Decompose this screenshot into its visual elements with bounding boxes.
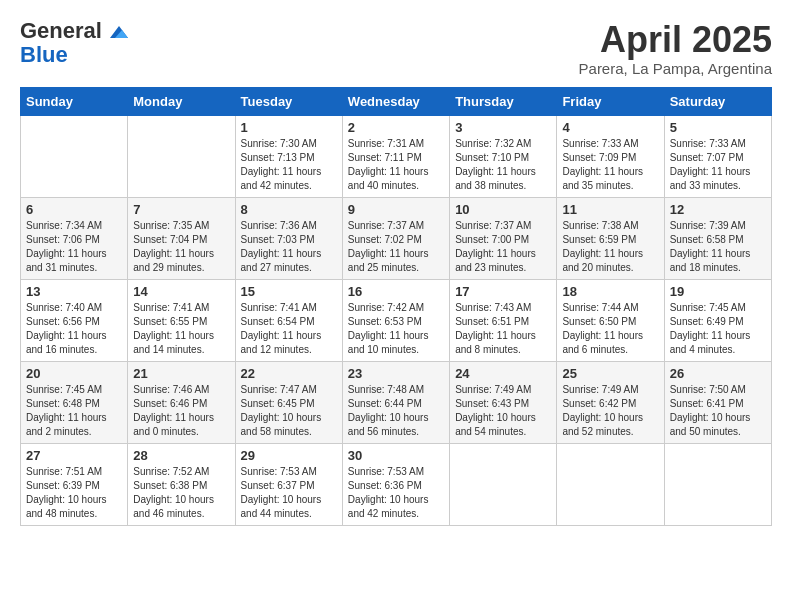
calendar-cell: 12Sunrise: 7:39 AMSunset: 6:58 PMDayligh… [664, 197, 771, 279]
day-number: 26 [670, 366, 766, 381]
calendar-cell: 13Sunrise: 7:40 AMSunset: 6:56 PMDayligh… [21, 279, 128, 361]
day-number: 2 [348, 120, 444, 135]
calendar-subtitle: Parera, La Pampa, Argentina [579, 60, 772, 77]
day-info: Sunrise: 7:45 AMSunset: 6:49 PMDaylight:… [670, 301, 766, 357]
calendar-cell [557, 443, 664, 525]
day-number: 27 [26, 448, 122, 463]
calendar-cell: 9Sunrise: 7:37 AMSunset: 7:02 PMDaylight… [342, 197, 449, 279]
day-info: Sunrise: 7:50 AMSunset: 6:41 PMDaylight:… [670, 383, 766, 439]
day-of-week-header: Thursday [450, 87, 557, 115]
day-info: Sunrise: 7:49 AMSunset: 6:43 PMDaylight:… [455, 383, 551, 439]
day-of-week-header: Monday [128, 87, 235, 115]
calendar-week-row: 1Sunrise: 7:30 AMSunset: 7:13 PMDaylight… [21, 115, 772, 197]
logo-text-general: General [20, 20, 128, 42]
calendar-cell: 24Sunrise: 7:49 AMSunset: 6:43 PMDayligh… [450, 361, 557, 443]
calendar-cell: 21Sunrise: 7:46 AMSunset: 6:46 PMDayligh… [128, 361, 235, 443]
day-number: 30 [348, 448, 444, 463]
day-info: Sunrise: 7:43 AMSunset: 6:51 PMDaylight:… [455, 301, 551, 357]
day-number: 10 [455, 202, 551, 217]
day-info: Sunrise: 7:34 AMSunset: 7:06 PMDaylight:… [26, 219, 122, 275]
day-number: 19 [670, 284, 766, 299]
day-number: 16 [348, 284, 444, 299]
calendar-cell: 30Sunrise: 7:53 AMSunset: 6:36 PMDayligh… [342, 443, 449, 525]
calendar-cell: 20Sunrise: 7:45 AMSunset: 6:48 PMDayligh… [21, 361, 128, 443]
calendar-header-row: SundayMondayTuesdayWednesdayThursdayFrid… [21, 87, 772, 115]
day-number: 18 [562, 284, 658, 299]
day-number: 15 [241, 284, 337, 299]
day-info: Sunrise: 7:41 AMSunset: 6:54 PMDaylight:… [241, 301, 337, 357]
day-number: 3 [455, 120, 551, 135]
calendar-cell: 28Sunrise: 7:52 AMSunset: 6:38 PMDayligh… [128, 443, 235, 525]
calendar-cell: 2Sunrise: 7:31 AMSunset: 7:11 PMDaylight… [342, 115, 449, 197]
calendar-week-row: 6Sunrise: 7:34 AMSunset: 7:06 PMDaylight… [21, 197, 772, 279]
day-info: Sunrise: 7:37 AMSunset: 7:02 PMDaylight:… [348, 219, 444, 275]
day-number: 23 [348, 366, 444, 381]
day-info: Sunrise: 7:49 AMSunset: 6:42 PMDaylight:… [562, 383, 658, 439]
day-info: Sunrise: 7:52 AMSunset: 6:38 PMDaylight:… [133, 465, 229, 521]
day-info: Sunrise: 7:33 AMSunset: 7:09 PMDaylight:… [562, 137, 658, 193]
calendar-cell [21, 115, 128, 197]
day-of-week-header: Friday [557, 87, 664, 115]
calendar-cell [664, 443, 771, 525]
calendar-cell [128, 115, 235, 197]
calendar-cell: 10Sunrise: 7:37 AMSunset: 7:00 PMDayligh… [450, 197, 557, 279]
day-number: 20 [26, 366, 122, 381]
day-info: Sunrise: 7:53 AMSunset: 6:37 PMDaylight:… [241, 465, 337, 521]
day-info: Sunrise: 7:47 AMSunset: 6:45 PMDaylight:… [241, 383, 337, 439]
day-number: 21 [133, 366, 229, 381]
day-number: 14 [133, 284, 229, 299]
day-info: Sunrise: 7:44 AMSunset: 6:50 PMDaylight:… [562, 301, 658, 357]
day-number: 28 [133, 448, 229, 463]
calendar-table: SundayMondayTuesdayWednesdayThursdayFrid… [20, 87, 772, 526]
day-info: Sunrise: 7:40 AMSunset: 6:56 PMDaylight:… [26, 301, 122, 357]
day-number: 22 [241, 366, 337, 381]
day-number: 11 [562, 202, 658, 217]
day-info: Sunrise: 7:41 AMSunset: 6:55 PMDaylight:… [133, 301, 229, 357]
day-of-week-header: Sunday [21, 87, 128, 115]
day-number: 24 [455, 366, 551, 381]
day-number: 5 [670, 120, 766, 135]
day-info: Sunrise: 7:33 AMSunset: 7:07 PMDaylight:… [670, 137, 766, 193]
calendar-cell: 17Sunrise: 7:43 AMSunset: 6:51 PMDayligh… [450, 279, 557, 361]
day-info: Sunrise: 7:35 AMSunset: 7:04 PMDaylight:… [133, 219, 229, 275]
day-number: 12 [670, 202, 766, 217]
day-info: Sunrise: 7:48 AMSunset: 6:44 PMDaylight:… [348, 383, 444, 439]
calendar-cell: 27Sunrise: 7:51 AMSunset: 6:39 PMDayligh… [21, 443, 128, 525]
calendar-cell: 4Sunrise: 7:33 AMSunset: 7:09 PMDaylight… [557, 115, 664, 197]
calendar-week-row: 27Sunrise: 7:51 AMSunset: 6:39 PMDayligh… [21, 443, 772, 525]
title-block: April 2025 Parera, La Pampa, Argentina [579, 20, 772, 77]
day-info: Sunrise: 7:46 AMSunset: 6:46 PMDaylight:… [133, 383, 229, 439]
day-info: Sunrise: 7:31 AMSunset: 7:11 PMDaylight:… [348, 137, 444, 193]
day-info: Sunrise: 7:53 AMSunset: 6:36 PMDaylight:… [348, 465, 444, 521]
calendar-cell: 6Sunrise: 7:34 AMSunset: 7:06 PMDaylight… [21, 197, 128, 279]
day-of-week-header: Wednesday [342, 87, 449, 115]
day-number: 6 [26, 202, 122, 217]
calendar-cell: 18Sunrise: 7:44 AMSunset: 6:50 PMDayligh… [557, 279, 664, 361]
calendar-cell: 1Sunrise: 7:30 AMSunset: 7:13 PMDaylight… [235, 115, 342, 197]
calendar-cell: 7Sunrise: 7:35 AMSunset: 7:04 PMDaylight… [128, 197, 235, 279]
calendar-cell [450, 443, 557, 525]
day-of-week-header: Saturday [664, 87, 771, 115]
calendar-cell: 29Sunrise: 7:53 AMSunset: 6:37 PMDayligh… [235, 443, 342, 525]
logo-icon [110, 26, 128, 38]
calendar-cell: 15Sunrise: 7:41 AMSunset: 6:54 PMDayligh… [235, 279, 342, 361]
logo-text-blue: Blue [20, 42, 68, 68]
day-number: 4 [562, 120, 658, 135]
calendar-cell: 8Sunrise: 7:36 AMSunset: 7:03 PMDaylight… [235, 197, 342, 279]
calendar-cell: 11Sunrise: 7:38 AMSunset: 6:59 PMDayligh… [557, 197, 664, 279]
day-number: 13 [26, 284, 122, 299]
day-info: Sunrise: 7:45 AMSunset: 6:48 PMDaylight:… [26, 383, 122, 439]
day-info: Sunrise: 7:36 AMSunset: 7:03 PMDaylight:… [241, 219, 337, 275]
calendar-cell: 14Sunrise: 7:41 AMSunset: 6:55 PMDayligh… [128, 279, 235, 361]
day-of-week-header: Tuesday [235, 87, 342, 115]
day-info: Sunrise: 7:30 AMSunset: 7:13 PMDaylight:… [241, 137, 337, 193]
calendar-cell: 22Sunrise: 7:47 AMSunset: 6:45 PMDayligh… [235, 361, 342, 443]
day-number: 17 [455, 284, 551, 299]
calendar-cell: 16Sunrise: 7:42 AMSunset: 6:53 PMDayligh… [342, 279, 449, 361]
day-number: 7 [133, 202, 229, 217]
calendar-cell: 25Sunrise: 7:49 AMSunset: 6:42 PMDayligh… [557, 361, 664, 443]
calendar-cell: 23Sunrise: 7:48 AMSunset: 6:44 PMDayligh… [342, 361, 449, 443]
day-info: Sunrise: 7:38 AMSunset: 6:59 PMDaylight:… [562, 219, 658, 275]
day-info: Sunrise: 7:32 AMSunset: 7:10 PMDaylight:… [455, 137, 551, 193]
day-number: 8 [241, 202, 337, 217]
